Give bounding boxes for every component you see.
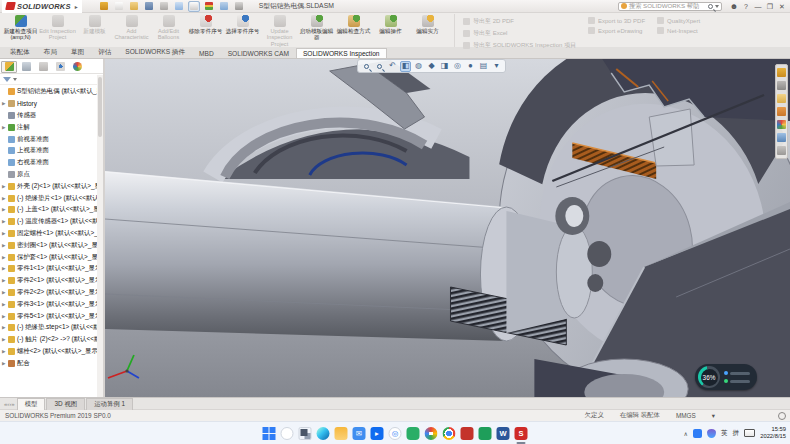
new-document-icon[interactable] bbox=[113, 1, 125, 12]
tab-sw-cam[interactable]: SOLIDWORKS CAM bbox=[221, 48, 296, 58]
add-edit-balloons-button[interactable]: Add/Edit Balloons bbox=[150, 14, 187, 47]
tree-item[interactable]: ▶ (-) 绝缘垫.step<1> (默认<<默认> bbox=[0, 322, 103, 334]
settings-gear-icon[interactable] bbox=[233, 1, 245, 12]
file-explorer-icon[interactable] bbox=[777, 94, 786, 103]
touch-keyboard-icon[interactable] bbox=[744, 429, 755, 437]
tree-item[interactable]: 前视基准面 bbox=[0, 133, 103, 145]
taskbar-icon-start[interactable] bbox=[263, 427, 276, 440]
select-tool-icon[interactable] bbox=[188, 1, 200, 12]
featuremanager-tab[interactable] bbox=[1, 61, 17, 73]
tree-item[interactable]: ▶ 固定螺栓<1> (默认<<默认>_显示 bbox=[0, 228, 103, 240]
zoom-to-area-icon[interactable] bbox=[374, 61, 385, 72]
doc-tab-3d-views[interactable]: 3D 视图 bbox=[46, 398, 85, 410]
tree-item[interactable]: S型铝铠热电偶 (默认<默认_显示状态-1 bbox=[0, 86, 103, 98]
view-palette-icon[interactable] bbox=[777, 107, 786, 116]
new-inspection-project-button[interactable]: 新建检查项目 (amp;N) bbox=[2, 14, 39, 47]
home-icon[interactable] bbox=[98, 1, 110, 12]
tree-item[interactable]: ▶ 零件3<1> (默认<<默认>_显示状态 bbox=[0, 298, 103, 310]
taskbar-icon-app-green[interactable] bbox=[479, 427, 492, 440]
onedrive-icon[interactable] bbox=[693, 429, 702, 438]
forum-icon[interactable] bbox=[777, 146, 786, 155]
taskbar-icon-solidworks[interactable]: S bbox=[515, 427, 528, 440]
tree-item[interactable]: 传感器 bbox=[0, 110, 103, 122]
minimize-button[interactable]: — bbox=[752, 1, 764, 12]
dimxpertmanager-tab[interactable] bbox=[52, 61, 68, 73]
rebuild-traffic-light-icon[interactable] bbox=[203, 1, 215, 12]
export-2d-pdf-button[interactable]: 导出至 2D PDF bbox=[463, 17, 576, 26]
tab-layout[interactable]: 布局 bbox=[37, 46, 64, 58]
open-icon[interactable] bbox=[128, 1, 140, 12]
appearances-scenes-icon[interactable] bbox=[777, 120, 786, 129]
search-icon[interactable] bbox=[708, 4, 713, 9]
tree-item[interactable]: 上视基准面 bbox=[0, 145, 103, 157]
doc-tab-motion-study[interactable]: 运动算例 1 bbox=[86, 398, 133, 410]
view-orientation-icon[interactable]: ◆ bbox=[426, 61, 437, 72]
edit-vendors-button[interactable]: 编辑实方 bbox=[409, 14, 446, 47]
taskbar-icon-wechat[interactable] bbox=[407, 427, 420, 440]
edit-appearance-icon[interactable]: ● bbox=[465, 61, 476, 72]
configurationmanager-tab[interactable] bbox=[35, 61, 51, 73]
apply-scene-icon[interactable]: ▤ bbox=[478, 61, 489, 72]
zoom-indicator-widget[interactable]: 36% bbox=[695, 364, 757, 390]
tab-assembly[interactable]: 装配体 bbox=[3, 46, 37, 58]
dynamic-annotation-views-icon[interactable]: ◍ bbox=[413, 61, 424, 72]
restore-button[interactable]: ❐ bbox=[764, 1, 776, 12]
remove-balloons-button[interactable]: 移除零件序号 bbox=[187, 14, 224, 47]
tree-item[interactable]: ▶ 螺栓<2> (默认<<默认>_显示状态 bbox=[0, 346, 103, 358]
print-icon[interactable] bbox=[158, 1, 170, 12]
tab-nav-arrows[interactable]: «‹›» bbox=[2, 401, 17, 407]
export-excel-button[interactable]: 导出至 Excel bbox=[463, 29, 576, 38]
close-button[interactable]: ✕ bbox=[776, 1, 788, 12]
qualityxpert-button[interactable]: QualityXpert bbox=[657, 17, 700, 24]
tree-item[interactable]: ▶ 配合 bbox=[0, 357, 103, 369]
taskbar-icon-taskview[interactable] bbox=[299, 427, 312, 440]
taskbar-icon-photos[interactable] bbox=[425, 427, 438, 440]
help-search-box[interactable]: 搜索 SOLIDWORKS 帮助 bbox=[618, 2, 722, 11]
tree-item[interactable]: 右视基准面 bbox=[0, 157, 103, 169]
tree-item[interactable]: ▶ 保护套<1> (默认<<默认>_显示状 bbox=[0, 251, 103, 263]
tree-item[interactable]: ▶ (-) 上盖<1> (默认<<默认>_显示状 bbox=[0, 204, 103, 216]
tree-item[interactable]: ▶ (-) 触片 (2)<2> ->? (默认<<默认 bbox=[0, 334, 103, 346]
security-shield-icon[interactable] bbox=[707, 429, 716, 438]
clock[interactable]: 15:59 2022/8/15 bbox=[760, 426, 786, 440]
displaymanager-tab[interactable] bbox=[69, 61, 85, 73]
language-indicator[interactable]: 英 bbox=[721, 429, 728, 438]
edit-inspection-project-button[interactable]: Edit Inspection Project bbox=[39, 14, 76, 47]
propertymanager-tab[interactable] bbox=[18, 61, 34, 73]
view-settings-icon[interactable]: ▾ bbox=[491, 61, 502, 72]
tray-overflow-icon[interactable]: ∧ bbox=[684, 430, 688, 437]
hide-show-items-icon[interactable]: ◎ bbox=[452, 61, 463, 72]
taskbar-icon-search[interactable] bbox=[281, 427, 294, 440]
account-icon[interactable]: ☻ bbox=[728, 1, 740, 12]
edit-operations-button[interactable]: 编辑操作 bbox=[372, 14, 409, 47]
custom-properties-icon[interactable] bbox=[777, 133, 786, 142]
taskbar-icon-edge[interactable] bbox=[317, 427, 330, 440]
taskbar-icon-app-red[interactable] bbox=[461, 427, 474, 440]
graphics-viewport[interactable]: ↶ ◧ ◍ ◆ ◨ ◎ ● ▤ ▾ bbox=[105, 59, 790, 397]
undo-icon[interactable] bbox=[173, 1, 185, 12]
tree-item[interactable]: ▶ 零件5<1> (默认<<默认>_显示状态 bbox=[0, 310, 103, 322]
doc-tab-model[interactable]: 模型 bbox=[17, 398, 46, 410]
tree-item[interactable]: ▶ (-) 温度传感器<1> (默认<<默认>_ bbox=[0, 216, 103, 228]
tree-item[interactable]: ▶ 外壳 (2)<1> (默认<<默认>_显示状 bbox=[0, 180, 103, 192]
sw-resources-icon[interactable] bbox=[777, 68, 786, 77]
tree-item[interactable]: ▶ 零件2<2> (默认<<默认>_显示状态 bbox=[0, 287, 103, 299]
export-sw-inspection-project-button[interactable]: 导出至 SOLIDWORKS Inspection 项目 bbox=[463, 41, 576, 50]
taskbar-icon-explorer[interactable] bbox=[335, 427, 348, 440]
section-view-icon[interactable]: ◧ bbox=[400, 61, 411, 72]
net-inspect-button[interactable]: Net-Inspect bbox=[657, 27, 700, 34]
tree-item[interactable]: ▶ 密封圈<1> (默认<<默认>_显示状 bbox=[0, 239, 103, 251]
taskbar-icon-mail[interactable]: ✉ bbox=[353, 427, 366, 440]
save-icon[interactable] bbox=[143, 1, 155, 12]
tab-sw-inspection[interactable]: SOLIDWORKS Inspection bbox=[296, 48, 387, 58]
help-button[interactable]: ? bbox=[740, 1, 752, 12]
previous-view-icon[interactable]: ↶ bbox=[387, 61, 398, 72]
edit-inspection-methods-button[interactable]: 编辑检查方式 bbox=[335, 14, 372, 47]
launch-template-editor-button[interactable]: 启动模板编辑器 bbox=[298, 14, 335, 47]
tree-item[interactable]: ▶ 注解 bbox=[0, 121, 103, 133]
ime-indicator[interactable]: 拼 bbox=[733, 429, 740, 438]
tree-item[interactable]: ▶ History bbox=[0, 98, 103, 110]
tab-evaluate[interactable]: 评估 bbox=[91, 46, 118, 58]
tree-item[interactable]: 原点 bbox=[0, 169, 103, 181]
model-hole-3[interactable] bbox=[587, 274, 603, 292]
